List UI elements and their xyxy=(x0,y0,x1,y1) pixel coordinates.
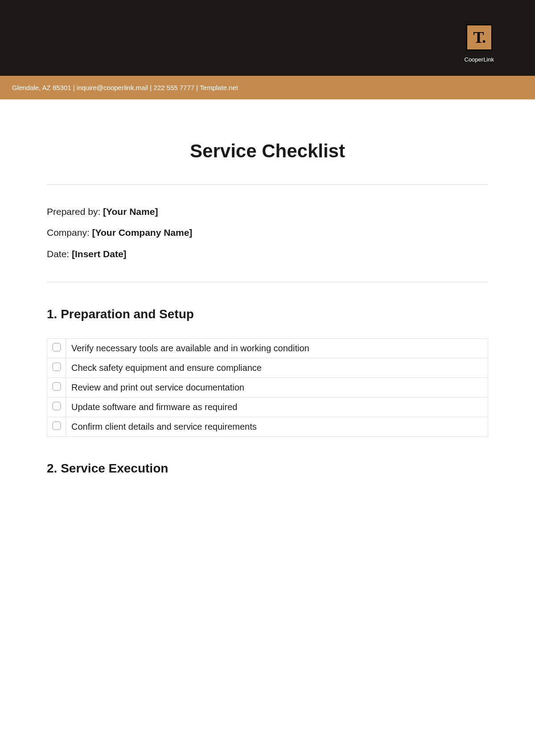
date-label: Date: xyxy=(47,249,72,259)
logo-text: T. xyxy=(473,28,485,47)
checkbox-cell[interactable] xyxy=(47,358,66,378)
checklist-item-text: Check safety equipment and ensure compli… xyxy=(66,358,488,378)
section-heading-1: 1. Preparation and Setup xyxy=(47,307,488,321)
page-title: Service Checklist xyxy=(47,140,488,162)
divider xyxy=(47,282,488,283)
date-row: Date: [Insert Date] xyxy=(47,247,488,260)
prepared-by-label: Prepared by: xyxy=(47,206,103,217)
brand-name: CooperLink xyxy=(465,56,494,63)
checkbox-cell[interactable] xyxy=(47,398,66,417)
logo-block: T. CooperLink xyxy=(465,25,494,63)
checkbox-icon[interactable] xyxy=(52,421,61,430)
checklist-item-text: Confirm client details and service requi… xyxy=(66,417,488,437)
checklist-table-1: Verify necessary tools are available and… xyxy=(47,338,488,437)
table-row: Review and print out service documentati… xyxy=(47,378,488,398)
header-dark-bar: T. CooperLink xyxy=(0,0,535,76)
checkbox-cell[interactable] xyxy=(47,339,66,358)
section-heading-2: 2. Service Execution xyxy=(47,461,488,476)
checklist-item-text: Review and print out service documentati… xyxy=(66,378,488,398)
checklist-item-text: Verify necessary tools are available and… xyxy=(66,339,488,358)
company-value: [Your Company Name] xyxy=(92,227,193,238)
checkbox-icon[interactable] xyxy=(52,343,61,352)
contact-info-bar: Glendale, AZ 85301 | inquire@cooperlink.… xyxy=(0,76,535,99)
company-row: Company: [Your Company Name] xyxy=(47,226,488,239)
checkbox-cell[interactable] xyxy=(47,378,66,398)
prepared-by-row: Prepared by: [Your Name] xyxy=(47,205,488,218)
table-row: Verify necessary tools are available and… xyxy=(47,339,488,358)
logo-icon: T. xyxy=(466,25,492,50)
table-row: Update software and firmware as required xyxy=(47,398,488,417)
date-value: [Insert Date] xyxy=(72,249,127,259)
checkbox-cell[interactable] xyxy=(47,417,66,437)
company-label: Company: xyxy=(47,227,92,238)
checkbox-icon[interactable] xyxy=(52,402,61,411)
checkbox-icon[interactable] xyxy=(52,382,61,391)
document-content: Service Checklist Prepared by: [Your Nam… xyxy=(0,140,535,476)
meta-section: Prepared by: [Your Name] Company: [Your … xyxy=(47,205,488,260)
prepared-by-value: [Your Name] xyxy=(103,206,158,217)
divider xyxy=(47,184,488,185)
checkbox-icon[interactable] xyxy=(52,362,61,371)
table-row: Confirm client details and service requi… xyxy=(47,417,488,437)
table-row: Check safety equipment and ensure compli… xyxy=(47,358,488,378)
checklist-item-text: Update software and firmware as required xyxy=(66,398,488,417)
